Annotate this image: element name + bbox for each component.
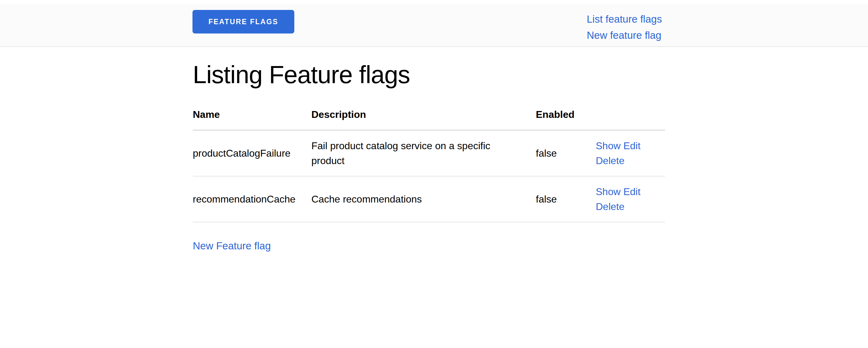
feature-flags-brand-button[interactable]: FEATURE FLAGS (192, 10, 294, 34)
column-header-actions (596, 99, 665, 130)
column-header-enabled: Enabled (536, 99, 596, 130)
table-row: productCatalogFailure Fail product catal… (193, 130, 665, 176)
nav-link-new-feature-flag[interactable]: New feature flag (587, 27, 662, 43)
flag-description-text: Cache recommendations (311, 192, 498, 207)
cell-flag-actions: Show Edit Delete (596, 130, 665, 176)
cell-flag-enabled: false (536, 176, 596, 222)
flag-description-text: Fail product catalog service on a specif… (311, 138, 498, 168)
show-link[interactable]: Show (596, 140, 621, 151)
table-header: Name Description Enabled (193, 99, 665, 130)
show-link[interactable]: Show (596, 186, 621, 197)
navbar: FEATURE FLAGS List feature flags New fea… (0, 4, 868, 47)
navbar-links: List feature flags New feature flag (587, 11, 662, 43)
column-header-name: Name (193, 99, 311, 130)
cell-flag-actions: Show Edit Delete (596, 176, 665, 222)
cell-flag-enabled: false (536, 130, 596, 176)
nav-link-list-feature-flags[interactable]: List feature flags (587, 11, 662, 27)
feature-flags-table: Name Description Enabled productCatalogF… (193, 99, 665, 222)
cell-flag-name: productCatalogFailure (193, 130, 311, 176)
table-row: recommendationCache Cache recommendation… (193, 176, 665, 222)
delete-link[interactable]: Delete (596, 155, 625, 166)
edit-link[interactable]: Edit (623, 140, 641, 151)
cell-flag-description: Fail product catalog service on a specif… (311, 130, 536, 176)
page-title: Listing Feature flags (193, 61, 665, 89)
top-gap (0, 0, 868, 4)
column-header-description: Description (311, 99, 536, 130)
new-feature-flag-link[interactable]: New Feature flag (193, 240, 271, 251)
cell-flag-name: recommendationCache (193, 176, 311, 222)
edit-link[interactable]: Edit (623, 186, 641, 197)
delete-link[interactable]: Delete (596, 201, 625, 212)
new-flag-link-container: New Feature flag (193, 240, 665, 252)
main-content: Listing Feature flags Name Description E… (193, 61, 665, 252)
cell-flag-description: Cache recommendations (311, 176, 536, 222)
